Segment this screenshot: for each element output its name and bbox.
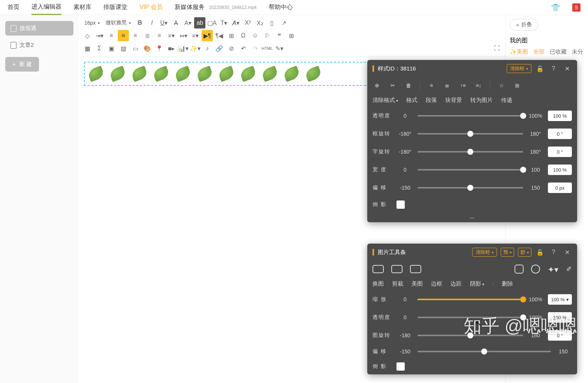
edit-button[interactable]: ✎▾ bbox=[274, 43, 285, 54]
clear-frog-button[interactable]: 清除蛙 bbox=[507, 64, 531, 73]
tab-replace[interactable]: 换图 bbox=[373, 280, 384, 287]
nav-layout[interactable]: 排版课堂 bbox=[103, 0, 127, 14]
align-icon[interactable]: ≡ bbox=[427, 81, 436, 90]
align-right-button[interactable]: ≡ bbox=[130, 30, 141, 41]
fontcolor-button[interactable]: A▾ bbox=[182, 17, 193, 28]
circle-shape-button[interactable] bbox=[531, 265, 540, 274]
nav-vip[interactable]: VIP 会员 bbox=[139, 0, 163, 14]
panel-collapse-icon[interactable]: ︿ bbox=[367, 212, 577, 222]
reflection-swatch[interactable] bbox=[396, 200, 405, 209]
close-icon[interactable]: ✕ bbox=[562, 247, 572, 257]
audio-button[interactable]: ♪ bbox=[202, 43, 213, 54]
tab-delete[interactable]: 删除 bbox=[502, 280, 513, 287]
gallery-button[interactable]: ▧ bbox=[118, 43, 129, 54]
underline-button[interactable]: U▾ bbox=[158, 17, 169, 28]
image-value-0[interactable]: 100 % ▾ bbox=[548, 294, 572, 305]
link-button[interactable]: 🔗 bbox=[214, 43, 225, 54]
style-value-3[interactable]: 100 % bbox=[548, 165, 572, 175]
new-document-button[interactable]: ＋ 新 建 bbox=[5, 57, 39, 72]
notification-badge[interactable]: 5 bbox=[572, 3, 581, 12]
doc-item-2[interactable]: 文章2 bbox=[5, 38, 73, 52]
ratio-2-button[interactable] bbox=[391, 265, 402, 273]
formula-button[interactable]: Σ bbox=[94, 43, 105, 54]
tab-clearformat[interactable]: 清除格式 bbox=[373, 97, 398, 104]
justify-icon[interactable]: ≣ bbox=[443, 81, 452, 90]
image-slider-3[interactable] bbox=[417, 351, 551, 352]
omega-button[interactable]: Ω bbox=[238, 30, 249, 41]
tab-toimage[interactable]: 转为图片 bbox=[470, 97, 493, 104]
location-button[interactable]: 📍 bbox=[154, 43, 165, 54]
export-button[interactable]: ↗ bbox=[278, 17, 289, 28]
emoji-button[interactable]: ☺ bbox=[250, 30, 261, 41]
lock-icon[interactable]: 🔓 bbox=[535, 64, 545, 73]
clear-frog-button[interactable]: 清除蛙 bbox=[472, 248, 497, 257]
tab-beautify[interactable]: 美图 bbox=[411, 280, 423, 287]
cut-icon[interactable]: ✂ bbox=[388, 81, 397, 90]
table-button[interactable]: ⊞ bbox=[286, 30, 297, 41]
delete-icon[interactable]: 🗑 bbox=[404, 81, 413, 90]
style-value-1[interactable]: 0 ° bbox=[548, 129, 572, 139]
doc-item-1[interactable]: 放假通 bbox=[5, 21, 73, 36]
grid-icon[interactable]: ⊞ bbox=[513, 81, 522, 90]
bgcolor-button[interactable]: ab bbox=[194, 17, 205, 28]
tab-paragraph[interactable]: 段落 bbox=[426, 97, 437, 104]
tab-blockbg[interactable]: 块背景 bbox=[445, 97, 462, 104]
anchor-button[interactable]: ⚐ bbox=[262, 30, 273, 41]
style-slider-0[interactable] bbox=[417, 115, 523, 117]
chart-button[interactable]: 📊▾ bbox=[178, 43, 189, 54]
undo-button[interactable]: ↶ bbox=[238, 43, 249, 54]
image-value-2[interactable]: 0 ° bbox=[548, 330, 572, 341]
textbox-button[interactable]: ▢A bbox=[206, 17, 217, 28]
italic-button[interactable]: I bbox=[146, 17, 157, 28]
style-value-4[interactable]: 0 px bbox=[548, 183, 572, 193]
template-button[interactable]: ▦ bbox=[82, 43, 93, 54]
insert-button[interactable]: ⊞ bbox=[226, 30, 237, 41]
image-value-1[interactable]: 100 % bbox=[548, 312, 572, 323]
ratio-1-button[interactable] bbox=[373, 265, 384, 273]
moveup-icon[interactable]: ↑≡ bbox=[458, 81, 467, 90]
list-button[interactable]: ≡ bbox=[154, 30, 165, 41]
tab-crop[interactable]: 剪裁 bbox=[392, 280, 403, 287]
tab-border[interactable]: 边框 bbox=[431, 280, 442, 287]
eraser-button[interactable]: ◇ bbox=[82, 30, 93, 41]
uncat-tab[interactable]: 未分 bbox=[572, 48, 583, 55]
style-slider-1[interactable] bbox=[417, 133, 523, 135]
image-slider-1[interactable] bbox=[417, 317, 523, 318]
shape-button[interactable]: ▭ bbox=[130, 43, 141, 54]
nav-editor[interactable]: 进入编辑器 bbox=[31, 0, 61, 15]
help-icon[interactable]: ? bbox=[549, 247, 558, 257]
lock-icon[interactable]: 🔓 bbox=[535, 247, 545, 257]
html-button[interactable]: HTML bbox=[262, 43, 273, 54]
unlink-button[interactable]: ⊘ bbox=[226, 43, 237, 54]
page-button[interactable]: ▯ bbox=[266, 17, 277, 28]
eyedropper-icon[interactable]: ✐ bbox=[566, 265, 572, 273]
add-icon[interactable]: ⊕ bbox=[373, 81, 382, 90]
style-value-0[interactable]: 100 % bbox=[548, 111, 572, 121]
align-center-button[interactable]: ≡ bbox=[118, 30, 129, 41]
spacing-button[interactable]: ⇔▾ bbox=[178, 30, 189, 41]
close-icon[interactable]: ✕ bbox=[562, 64, 572, 73]
movedown-icon[interactable]: ≡↓ bbox=[474, 81, 483, 90]
square-shape-button[interactable] bbox=[515, 265, 524, 274]
align-justify-button[interactable]: ≣ bbox=[142, 30, 153, 41]
style-slider-3[interactable] bbox=[417, 169, 523, 171]
reflection-swatch[interactable] bbox=[396, 362, 405, 371]
nav-library[interactable]: 素材库 bbox=[73, 0, 91, 14]
image-slider-2[interactable] bbox=[417, 335, 523, 336]
fav-tab[interactable]: 已收藏 bbox=[550, 48, 567, 55]
redo-button[interactable]: ↷ bbox=[250, 43, 261, 54]
preview-button[interactable]: 预 bbox=[501, 248, 514, 257]
tab-format[interactable]: 格式 bbox=[406, 97, 417, 104]
superscript-button[interactable]: X² bbox=[242, 17, 253, 28]
fullscreen-button[interactable]: ⛶ bbox=[491, 43, 503, 54]
star-shape-button[interactable]: ✦▾ bbox=[548, 265, 559, 273]
ratio-3-button[interactable] bbox=[410, 265, 421, 273]
nav-help[interactable]: 帮助中心 bbox=[269, 0, 293, 14]
texteffect-button[interactable]: T▾ bbox=[218, 17, 229, 28]
nav-home[interactable]: 首页 bbox=[7, 0, 19, 14]
clearformat-button[interactable]: A̸▾ bbox=[230, 17, 241, 28]
style-value-2[interactable]: 0 ° bbox=[548, 147, 572, 157]
style-slider-4[interactable] bbox=[417, 187, 523, 189]
ltr-button[interactable]: ▶¶ bbox=[202, 30, 213, 41]
rtl-button[interactable]: ¶◀ bbox=[214, 30, 225, 41]
